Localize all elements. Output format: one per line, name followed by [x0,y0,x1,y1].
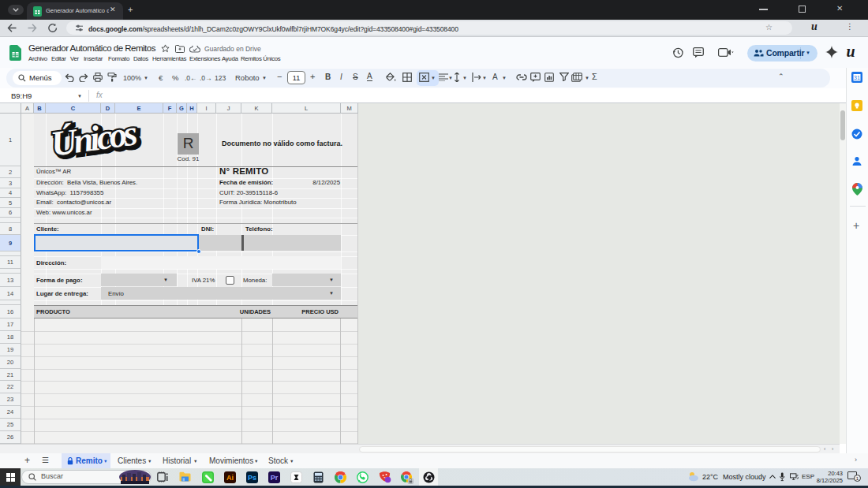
svg-text:Únicos: Únicos [48,113,139,164]
svg-text:Ps: Ps [248,474,256,482]
svg-text:31: 31 [854,75,860,80]
svg-text:Ai: Ai [226,474,234,482]
svg-text:Pr: Pr [271,474,279,482]
